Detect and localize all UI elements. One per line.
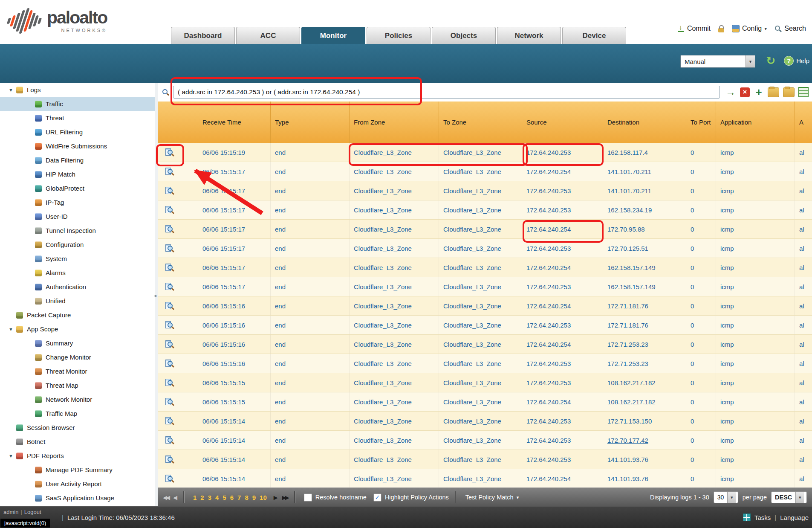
log-cell-app[interactable]: icmp xyxy=(720,360,734,367)
log-detail-icon[interactable] xyxy=(165,455,174,464)
log-cell-from[interactable]: Cloudflare_L3_Zone xyxy=(354,206,412,214)
log-detail-icon[interactable] xyxy=(165,378,174,387)
first-page-button[interactable]: ◀◀ xyxy=(163,494,169,501)
logout-link[interactable]: Logout xyxy=(24,509,41,515)
log-cell-to[interactable]: Cloudflare_L3_Zone xyxy=(443,149,501,156)
log-cell-to[interactable]: Cloudflare_L3_Zone xyxy=(443,206,501,214)
save-filter-button[interactable] xyxy=(768,87,779,97)
log-cell-dst[interactable]: 162.158.157.149 xyxy=(607,264,656,271)
sidebar-item-authentication[interactable]: Authentication xyxy=(0,280,155,294)
sidebar-item-data-filtering[interactable]: Data Filtering xyxy=(0,153,155,167)
log-cell-dst[interactable]: 172.70.95.88 xyxy=(607,226,645,233)
log-cell-app[interactable]: icmp xyxy=(720,206,734,214)
log-cell-to[interactable]: Cloudflare_L3_Zone xyxy=(443,264,501,271)
log-cell-from[interactable]: Cloudflare_L3_Zone xyxy=(354,360,412,367)
column-header-source[interactable]: Source xyxy=(522,102,603,143)
log-cell-time[interactable]: 06/06 15:15:15 xyxy=(202,398,245,406)
log-cell-act[interactable]: al xyxy=(799,475,804,482)
log-cell-type[interactable]: end xyxy=(275,322,286,329)
log-cell-dst[interactable]: 172.70.125.51 xyxy=(607,245,648,252)
log-cell-time[interactable]: 06/06 15:15:17 xyxy=(202,226,245,233)
log-cell-src[interactable]: 172.64.240.254 xyxy=(526,226,571,233)
tab-acc[interactable]: ACC xyxy=(236,27,300,44)
sidebar-item-url-filtering[interactable]: URL Filtering xyxy=(0,125,155,139)
filter-query-input[interactable] xyxy=(173,86,720,99)
log-cell-app[interactable]: icmp xyxy=(720,437,734,444)
log-cell-src[interactable]: 172.64.240.254 xyxy=(526,168,571,175)
log-cell-act[interactable]: al xyxy=(799,264,804,271)
sidebar-item-system[interactable]: System xyxy=(0,252,155,266)
search-button[interactable]: Search xyxy=(774,25,806,32)
export-logs-button[interactable] xyxy=(798,87,809,97)
sidebar-item-traffic[interactable]: Traffic xyxy=(0,97,155,111)
log-detail-icon[interactable] xyxy=(165,302,174,310)
log-cell-to[interactable]: Cloudflare_L3_Zone xyxy=(443,341,501,348)
config-menu[interactable]: Config ▾ xyxy=(732,25,767,32)
log-cell-src[interactable]: 172.64.240.253 xyxy=(526,245,571,252)
page-link-9[interactable]: 9 xyxy=(252,494,256,501)
sidebar-item-user-activity-report[interactable]: User Activity Report xyxy=(0,477,155,491)
log-cell-from[interactable]: Cloudflare_L3_Zone xyxy=(354,379,412,386)
log-cell-to[interactable]: Cloudflare_L3_Zone xyxy=(443,379,501,386)
log-cell-port[interactable]: 0 xyxy=(691,341,694,348)
sidebar-item-manage-pdf-summary[interactable]: Manage PDF Summary xyxy=(0,463,155,477)
log-cell-act[interactable]: al xyxy=(799,206,804,214)
log-cell-from[interactable]: Cloudflare_L3_Zone xyxy=(354,302,412,310)
log-cell-dst[interactable]: 172.71.181.76 xyxy=(607,302,648,310)
log-cell-from[interactable]: Cloudflare_L3_Zone xyxy=(354,437,412,444)
log-cell-dst[interactable]: 172.70.177.42 xyxy=(607,437,648,444)
log-detail-icon[interactable] xyxy=(165,244,174,253)
tab-policies[interactable]: Policies xyxy=(367,27,431,44)
log-detail-icon[interactable] xyxy=(165,148,174,157)
collapse-triangle-icon[interactable]: ▼ xyxy=(9,453,16,458)
column-header-type[interactable]: Type xyxy=(271,102,350,143)
log-cell-port[interactable]: 0 xyxy=(691,302,694,310)
log-cell-dst[interactable]: 172.71.153.150 xyxy=(607,418,652,425)
refresh-icon[interactable]: ↻ xyxy=(766,54,775,67)
log-cell-port[interactable]: 0 xyxy=(691,206,694,214)
log-cell-act[interactable]: al xyxy=(799,226,804,233)
log-cell-src[interactable]: 172.64.240.254 xyxy=(526,398,571,406)
log-cell-port[interactable]: 0 xyxy=(691,322,694,329)
collapse-handle-icon[interactable]: ◂ xyxy=(154,293,156,299)
log-cell-from[interactable]: Cloudflare_L3_Zone xyxy=(354,245,412,252)
log-cell-type[interactable]: end xyxy=(275,226,286,233)
log-cell-act[interactable]: al xyxy=(799,379,804,386)
log-cell-time[interactable]: 06/06 15:15:19 xyxy=(202,149,245,156)
log-cell-app[interactable]: icmp xyxy=(720,341,734,348)
log-detail-icon[interactable] xyxy=(165,282,174,291)
log-cell-act[interactable]: al xyxy=(799,322,804,329)
log-cell-act[interactable]: al xyxy=(799,398,804,406)
log-cell-from[interactable]: Cloudflare_L3_Zone xyxy=(354,398,412,406)
log-cell-dst[interactable]: 141.101.70.211 xyxy=(607,187,651,194)
page-link-5[interactable]: 5 xyxy=(223,494,226,501)
log-cell-time[interactable]: 06/06 15:15:17 xyxy=(202,187,245,194)
sidebar-item-globalprotect[interactable]: GlobalProtect xyxy=(0,181,155,195)
last-page-button[interactable]: ▶▶ xyxy=(282,494,288,501)
log-cell-dst[interactable]: 172.71.181.76 xyxy=(607,322,648,329)
log-cell-port[interactable]: 0 xyxy=(691,187,694,194)
log-cell-from[interactable]: Cloudflare_L3_Zone xyxy=(354,168,412,175)
log-detail-icon[interactable] xyxy=(165,474,174,483)
log-cell-type[interactable]: end xyxy=(275,187,286,194)
log-cell-to[interactable]: Cloudflare_L3_Zone xyxy=(443,168,501,175)
log-cell-to[interactable]: Cloudflare_L3_Zone xyxy=(443,418,501,425)
log-cell-type[interactable]: end xyxy=(275,341,286,348)
log-cell-time[interactable]: 06/06 15:15:15 xyxy=(202,379,245,386)
collapse-triangle-icon[interactable]: ▼ xyxy=(9,87,16,93)
refresh-interval-select[interactable]: Manual ▾ xyxy=(680,55,755,68)
sidebar-item-threat[interactable]: Threat xyxy=(0,111,155,125)
column-header-action[interactable]: A xyxy=(795,102,812,143)
log-cell-dst[interactable]: 108.162.217.182 xyxy=(607,398,656,406)
sidebar-item-saas-application-usage[interactable]: SaaS Application Usage xyxy=(0,491,155,505)
sidebar-item-traffic-map[interactable]: Traffic Map xyxy=(0,406,155,421)
log-cell-to[interactable]: Cloudflare_L3_Zone xyxy=(443,322,501,329)
log-cell-to[interactable]: Cloudflare_L3_Zone xyxy=(443,437,501,444)
column-header-destination[interactable]: Destination xyxy=(603,102,686,143)
log-cell-src[interactable]: 172.64.240.253 xyxy=(526,322,571,329)
load-filter-button[interactable] xyxy=(783,87,795,97)
sidebar-item-app-scope[interactable]: ▼App Scope xyxy=(0,322,155,336)
page-link-8[interactable]: 8 xyxy=(245,494,248,501)
log-cell-dst[interactable]: 162.158.234.19 xyxy=(607,206,652,214)
log-cell-dst[interactable]: 141.101.93.76 xyxy=(607,456,648,463)
